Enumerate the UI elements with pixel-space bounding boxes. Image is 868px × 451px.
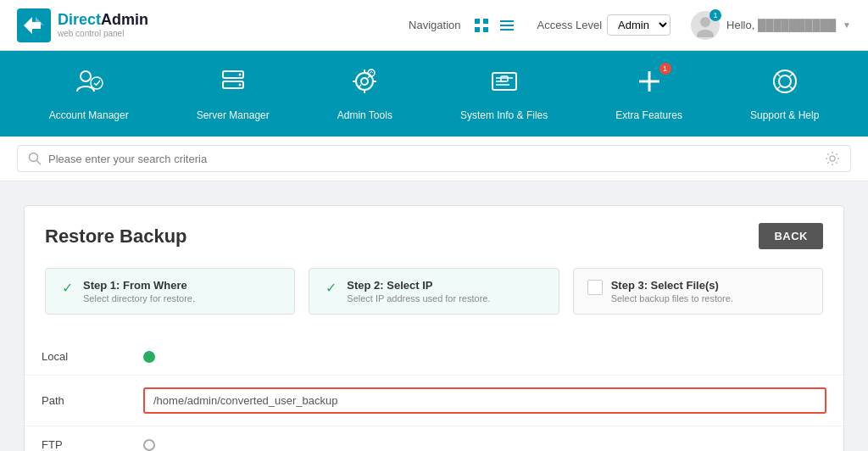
admin-tools-label: Admin Tools [337,109,392,121]
header: DirectAdmin web control panel Navigation [0,0,868,51]
hello-label: Hello, ██████████ [726,19,836,31]
logo-text: DirectAdmin web control panel [58,12,148,38]
ftp-radio-icon[interactable] [143,439,155,451]
step1-title: Step 1: From Where [83,279,195,292]
local-value [143,351,826,363]
step3-info: Step 3: Select File(s) Select backup fil… [611,279,733,303]
local-label: Local [42,350,143,363]
ftp-label: FTP [42,438,143,451]
system-info-label: System Info & Files [460,109,548,121]
main-content: Restore Backup BACK ✓ Step 1: From Where… [0,181,868,451]
step3-title: Step 3: Select File(s) [611,279,733,292]
local-active-indicator [143,351,155,363]
step1-box: ✓ Step 1: From Where Select directory fo… [45,268,295,315]
system-info-icon [489,66,520,101]
search-input[interactable] [48,153,825,165]
svg-rect-4 [483,19,488,24]
account-manager-icon [74,66,104,101]
svg-rect-3 [475,19,480,24]
account-manager-label: Account Manager [49,109,129,121]
grid-view-icon[interactable] [471,15,492,36]
extra-features-icon: 1 [634,66,665,101]
step2-desc: Select IP address used for restore. [347,293,490,303]
notification-badge: 1 [709,9,721,21]
nav-banner: Account Manager Server Manager Admin Too [0,51,868,136]
path-value [143,387,826,414]
header-nav: Navigation Access Level Admin [409,11,851,40]
access-select[interactable]: Admin [607,14,670,36]
path-row: Path [25,376,843,426]
step3-check-icon [587,280,603,295]
step3-desc: Select backup files to restore. [611,293,733,303]
svg-rect-7 [500,20,514,22]
logo: DirectAdmin web control panel [17,8,148,42]
page-title: Restore Backup [45,226,187,248]
svg-point-26 [779,75,791,87]
svg-point-31 [30,153,38,162]
step1-info: Step 1: From Where Select directory for … [83,279,195,303]
nav-support-help[interactable]: Support & Help [716,51,853,136]
path-label: Path [42,394,143,407]
step2-check-icon: ✓ [323,280,338,295]
local-row: Local [25,338,843,376]
ftp-row: FTP [25,426,843,451]
svg-point-13 [91,77,103,89]
list-view-icon[interactable] [497,15,517,36]
extra-features-label: Extra Features [615,109,682,121]
step2-info: Step 2: Select IP Select IP address used… [347,279,490,303]
step2-title: Step 2: Select IP [347,279,490,292]
navigation-group: Navigation [409,15,516,36]
steps-row: ✓ Step 1: From Where Select directory fo… [45,268,823,315]
ftp-value [143,439,826,451]
svg-rect-6 [483,27,488,32]
step1-desc: Select directory for restore. [83,293,195,303]
admin-tools-icon [349,66,380,101]
server-manager-icon [218,66,248,101]
support-help-icon [770,66,800,101]
server-manager-label: Server Manager [197,109,270,121]
svg-point-11 [697,30,714,37]
svg-rect-9 [500,29,514,31]
svg-rect-22 [501,76,508,81]
content-card: Restore Backup BACK ✓ Step 1: From Where… [24,205,844,451]
tagline: web control panel [58,29,148,38]
svg-point-33 [830,156,835,161]
access-label: Access Level [537,19,603,31]
avatar-container: 1 [691,11,720,40]
svg-point-17 [238,84,241,86]
user-menu[interactable]: 1 Hello, ██████████ ▼ [691,11,851,40]
nav-extra-features[interactable]: 1 Extra Features [581,51,716,136]
access-level-group: Access Level Admin [537,14,671,36]
nav-view-icons [471,15,517,36]
svg-point-19 [361,78,368,85]
nav-system-info[interactable]: System Info & Files [426,51,581,136]
svg-point-16 [238,74,241,76]
svg-point-10 [700,17,710,27]
nav-label: Navigation [409,19,460,31]
step2-box: ✓ Step 2: Select IP Select IP address us… [309,268,559,315]
settings-gear-icon[interactable] [825,151,840,166]
svg-point-12 [81,71,91,81]
back-button[interactable]: BACK [759,223,823,249]
nav-server-manager[interactable]: Server Manager [163,51,303,136]
step3-box: Step 3: Select File(s) Select backup fil… [573,268,823,315]
logo-icon [17,8,51,42]
form-section: Local Path FTP [25,338,843,451]
page-header: Restore Backup BACK [45,223,823,249]
path-input[interactable] [143,387,826,414]
search-bar-section [0,136,868,181]
svg-rect-8 [500,25,514,26]
search-icon [28,152,42,165]
username-display: ██████████ [758,19,836,31]
svg-rect-5 [475,27,480,32]
user-dropdown-icon[interactable]: ▼ [843,20,851,30]
step1-check-icon: ✓ [59,280,75,295]
nav-admin-tools[interactable]: Admin Tools [303,51,426,136]
svg-line-32 [37,161,42,165]
search-bar [17,145,851,172]
extra-features-badge: 1 [659,63,671,75]
brand-name: DirectAdmin [58,12,148,29]
support-help-label: Support & Help [750,109,819,121]
nav-account-manager[interactable]: Account Manager [15,51,163,136]
